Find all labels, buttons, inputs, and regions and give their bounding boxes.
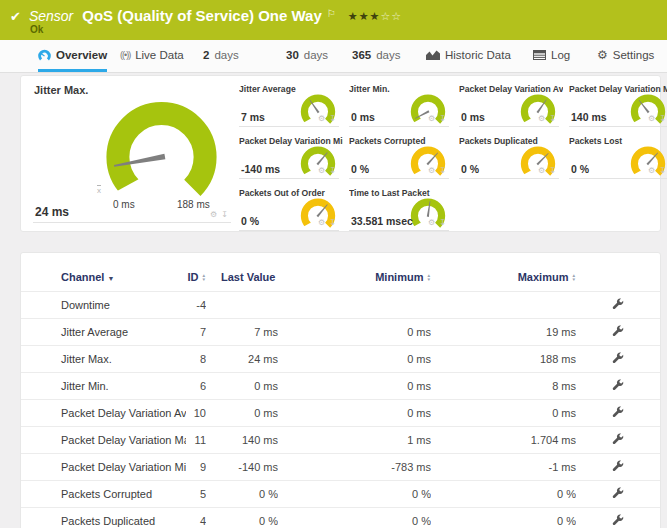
gear-icon: ⚙ [428,166,436,175]
channel-name[interactable]: Packet Delay Variation Min. [21,454,186,481]
gauge-actions[interactable]: ⚙ ↧ [648,114,667,123]
maximum-value: 8 ms [431,373,576,400]
pin-icon: ↧ [329,166,337,175]
maximum-value [431,292,576,319]
channel-name[interactable]: Downtime [21,292,186,319]
tab-historic-data[interactable]: Historic Data [426,40,511,72]
gauge-value: 0 ms [461,111,485,123]
gauge-actions[interactable]: ⚙ ↧ [538,166,557,175]
tab-log[interactable]: Log [533,40,570,72]
gauge-tile-time-to-last-packet: Time to Last Packet 33.581 msec ⚙ ↧ [347,186,451,231]
channel-name[interactable]: Jitter Average [21,319,186,346]
table-row[interactable]: Jitter Min. 6 0 ms 0 ms 8 ms [21,373,660,400]
gauge-value: 0 % [351,163,369,175]
gauge-value: 24 ms [35,205,69,219]
gauge-actions[interactable]: ⚙ ↧ [428,166,447,175]
column-header-maximum[interactable]: Maximum▲▼ [431,265,576,292]
channel-id: 6 [186,373,206,400]
gauge-actions[interactable]: ⚙ ↧ [210,210,229,219]
channel-name[interactable]: Packet Delay Variation Av... [21,400,186,427]
gauge-value: -140 ms [241,163,280,175]
maximum-value: -1 ms [431,454,576,481]
gauge-actions[interactable]: ⚙ ↧ [318,218,337,227]
channel-name[interactable]: Jitter Max. [21,346,186,373]
tab-30-days[interactable]: 30 days [286,40,328,72]
table-row[interactable]: Packets Corrupted 5 0 % 0 % 0 % [21,481,660,508]
table-row[interactable]: Packet Delay Variation Av... 10 0 ms 0 m… [21,400,660,427]
gauges-panel: Jitter Max. x 0 ms 188 ms 24 ms ⚙ ↧ Jitt… [20,75,661,232]
gear-icon: ⚙ [318,166,326,175]
tab-2-days[interactable]: 2 days [203,40,239,72]
gauge-tile-pdv-average: Packet Delay Variation Average 0 ms ⚙ ↧ [457,82,561,127]
gauge-actions[interactable]: ⚙ ↧ [318,114,337,123]
gauge-tile-packets-corrupted: Packets Corrupted 0 % ⚙ ↧ [347,134,451,179]
channel-settings-wrench-icon[interactable] [612,489,624,501]
channel-name[interactable]: Jitter Min. [21,373,186,400]
page-title: QoS (Quality of Service) One Way [82,7,322,24]
minimum-value: -783 ms [278,454,431,481]
gauge-actions[interactable]: ⚙ ↧ [318,166,337,175]
channel-settings-wrench-icon[interactable] [612,435,624,447]
gauge-actions[interactable]: ⚙ ↧ [428,114,447,123]
column-header-channel[interactable]: Channel▼ [21,265,186,292]
minimum-value: 0 ms [278,319,431,346]
gear-icon: ⚙ [648,114,656,123]
flag-icon[interactable]: ⚐ [327,8,336,19]
last-value: 140 ms [206,427,278,454]
channel-name[interactable]: Packet Delay Variation Max. [21,427,186,454]
gauge-value: 0 % [461,163,479,175]
minimum-value: 1 ms [278,427,431,454]
pin-icon: ↧ [549,114,557,123]
gear-icon: ⚙ [428,218,436,227]
minimum-value: 0 % [278,481,431,508]
minimum-value: 0 ms [278,400,431,427]
priority-stars[interactable]: ★★★☆☆ [348,10,402,23]
gauge-actions[interactable]: ⚙ ↧ [648,166,667,175]
channel-settings-wrench-icon[interactable] [612,327,624,339]
column-header-id[interactable]: ID▲▼ [186,265,206,292]
channel-id: 10 [186,400,206,427]
table-row[interactable]: Packet Delay Variation Min. 9 -140 ms -7… [21,454,660,481]
pin-icon: ↧ [439,114,447,123]
table-row[interactable]: Packet Delay Variation Max. 11 140 ms 1 … [21,427,660,454]
channel-settings-wrench-icon[interactable] [612,354,624,366]
gauge-tile-packets-lost: Packets Lost 0 % ⚙ ↧ [567,134,667,179]
gauge-tile-jitter-average: Jitter Average 7 ms ⚙ ↧ [237,82,341,127]
sort-icon: ▲▼ [426,274,431,283]
broadcast-icon: ((•)) [120,50,130,60]
pin-icon: ↧ [439,166,447,175]
table-row[interactable]: Jitter Average 7 7 ms 0 ms 19 ms [21,319,660,346]
column-header-last-value[interactable]: Last Value▲▼ [206,265,278,292]
channel-settings-wrench-icon[interactable] [612,516,624,528]
gear-icon: ⚙ [648,166,656,175]
column-header-minimum[interactable]: Minimum▲▼ [278,265,431,292]
table-row[interactable]: Packets Duplicated 4 0 % 0 % 0 % [21,508,660,528]
table-row[interactable]: Downtime -4 [21,292,660,319]
channel-settings-wrench-icon[interactable] [612,408,624,420]
gauge-tile-jitter-min: Jitter Min. 0 ms ⚙ ↧ [347,82,451,127]
gauge-value: 7 ms [241,111,265,123]
channel-settings-wrench-icon[interactable] [612,381,624,393]
mean-icon[interactable]: x [97,186,101,195]
gauge-actions[interactable]: ⚙ ↧ [538,114,557,123]
channel-name[interactable]: Packets Duplicated [21,508,186,528]
gauge-label: Jitter Max. [34,84,88,96]
tab-settings[interactable]: ⚙ Settings [597,40,654,72]
last-value: 0 % [206,508,278,528]
tab-overview[interactable]: Overview [38,40,107,72]
minimum-value: 0 % [278,508,431,528]
tab-bar: Overview ((•)) Live Data 2 days 30 days … [0,40,667,73]
tab-live-data[interactable]: ((•)) Live Data [120,40,184,72]
table-row[interactable]: Jitter Max. 8 24 ms 0 ms 188 ms [21,346,660,373]
gauge-value: 0 % [571,163,589,175]
pin-icon: ↧ [549,166,557,175]
gear-icon: ⚙ [428,114,436,123]
last-value: 7 ms [206,319,278,346]
channel-id: 8 [186,346,206,373]
tab-365-days[interactable]: 365 days [352,40,400,72]
channel-settings-wrench-icon[interactable] [612,300,624,312]
channel-name[interactable]: Packets Corrupted [21,481,186,508]
gauge-actions[interactable]: ⚙ ↧ [428,218,447,227]
sensor-header: ✔ Sensor QoS (Quality of Service) One Wa… [0,0,667,40]
channel-settings-wrench-icon[interactable] [612,462,624,474]
